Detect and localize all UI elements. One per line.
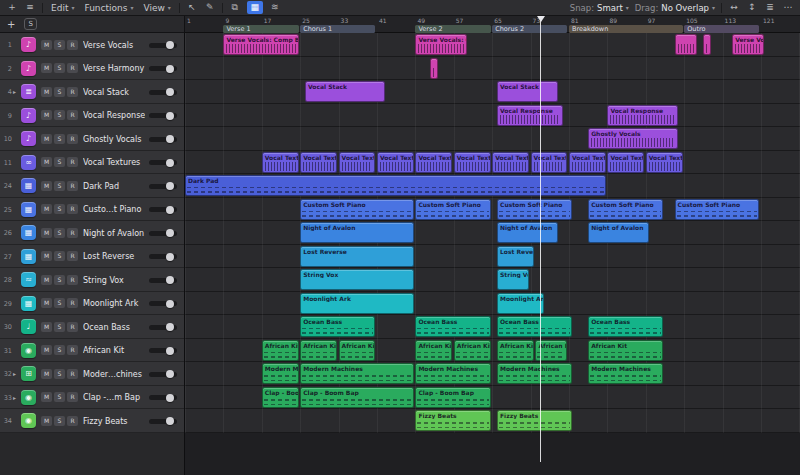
- region-fizzy-beats[interactable]: Fizzy Beats: [415, 410, 490, 431]
- region-ghostly-vocals[interactable]: Ghostly Vocals: [588, 128, 678, 149]
- mute-button[interactable]: M: [41, 40, 52, 50]
- marker-verse-2[interactable]: Verse 2: [415, 25, 490, 33]
- track-lane[interactable]: [185, 292, 800, 316]
- solo-button[interactable]: S: [54, 275, 65, 285]
- region-custom-soft-piano[interactable]: Custom Soft Piano: [675, 199, 760, 220]
- lane-rows-icon[interactable]: ≣: [764, 1, 776, 14]
- marker-chorus-2[interactable]: Chorus 2: [492, 25, 567, 33]
- region-vocal-stack[interactable]: Vocal Stack: [305, 81, 385, 102]
- region-african-kit[interactable]: African Kit: [300, 340, 337, 361]
- solo-button[interactable]: S: [54, 157, 65, 167]
- track-list-icon[interactable]: ≡: [24, 1, 36, 14]
- horizontal-zoom-icon[interactable]: ↔: [728, 1, 740, 14]
- region-custom-soft-piano[interactable]: Custom Soft Piano: [497, 199, 572, 220]
- region-verse-vocals[interactable]: [675, 34, 698, 55]
- region-vocal-response[interactable]: Vocal Response: [497, 105, 563, 126]
- region-ocean-bass[interactable]: Ocean Bass: [300, 316, 375, 337]
- global-solo-button[interactable]: S: [24, 18, 36, 30]
- volume-slider[interactable]: [149, 231, 177, 236]
- track-lane[interactable]: [185, 80, 800, 104]
- region-string-vox[interactable]: String Vox: [497, 269, 529, 290]
- region-custom-soft-piano[interactable]: Custom Soft Piano: [588, 199, 663, 220]
- volume-slider[interactable]: [149, 90, 177, 95]
- region-clap-boom-bap[interactable]: Clap - Boom Bap: [300, 387, 414, 408]
- record-button[interactable]: R: [67, 40, 78, 50]
- track-header-clap-m-bap[interactable]: 33▸◉MSRClap -…m Bap: [0, 386, 185, 410]
- track-header-string-vox[interactable]: 28≈MSRString Vox: [0, 268, 185, 292]
- region-verse-vocals-comp-a[interactable]: Verse Vocals: Comp A: [415, 34, 466, 55]
- region-vocal-textures[interactable]: Vocal Textures: [492, 152, 529, 173]
- pencil-tool-icon[interactable]: ✎: [204, 1, 216, 14]
- track-lane[interactable]: [185, 221, 800, 245]
- region-modern-machines[interactable]: Modern Machines: [262, 363, 299, 384]
- menu-edit[interactable]: Edit ▾: [49, 3, 76, 13]
- region-vocal-textur[interactable]: Vocal Textur: [454, 152, 491, 173]
- record-button[interactable]: R: [67, 181, 78, 191]
- track-header-moonlight-ark[interactable]: 29▦MSRMoonlight Ark: [0, 292, 185, 316]
- bar-ruler[interactable]: 191725334149576573818997105113121: [185, 16, 800, 24]
- track-lane[interactable]: [185, 57, 800, 81]
- marker-outro[interactable]: Outro: [684, 25, 759, 33]
- marker-breakdown[interactable]: Breakdown: [569, 25, 683, 33]
- track-lane[interactable]: [185, 127, 800, 151]
- mute-button[interactable]: M: [41, 298, 52, 308]
- region-vocal-textur[interactable]: Vocal Textur: [300, 152, 337, 173]
- volume-slider[interactable]: [149, 43, 177, 48]
- volume-slider[interactable]: [149, 372, 177, 377]
- solo-button[interactable]: S: [54, 40, 65, 50]
- track-header-vocal-stack[interactable]: 4▸≣MSRVocal Stack: [0, 80, 185, 104]
- volume-slider[interactable]: [149, 184, 177, 189]
- solo-button[interactable]: S: [54, 134, 65, 144]
- track-lane[interactable]: [185, 409, 800, 433]
- track-header-verse-vocals[interactable]: 1♪MSRVerse Vocals: [0, 33, 185, 57]
- volume-slider[interactable]: [149, 160, 177, 165]
- region-night-of-avalon[interactable]: Night of Avalon: [497, 222, 558, 243]
- drag-dropdown[interactable]: Drag: No Overlap ▾: [635, 3, 715, 13]
- solo-button[interactable]: S: [54, 416, 65, 426]
- region-vocal-textur[interactable]: Vocal Textur: [531, 152, 568, 173]
- region-dark-pad[interactable]: Dark Pad: [185, 175, 606, 196]
- region-fizzy-beats[interactable]: Fizzy Beats: [497, 410, 572, 431]
- region-ocean-bass[interactable]: Ocean Bass: [497, 316, 572, 337]
- record-button[interactable]: R: [67, 204, 78, 214]
- mute-button[interactable]: M: [41, 251, 52, 261]
- region-modern-machines[interactable]: Modern Machines: [415, 363, 490, 384]
- volume-slider[interactable]: [149, 137, 177, 142]
- mute-button[interactable]: M: [41, 157, 52, 167]
- add-tracks-icon[interactable]: +: [6, 1, 18, 14]
- solo-button[interactable]: S: [54, 87, 65, 97]
- add-track-button[interactable]: +: [7, 19, 15, 30]
- mute-button[interactable]: M: [41, 416, 52, 426]
- menu-functions[interactable]: Functions ▾: [82, 3, 135, 13]
- solo-button[interactable]: S: [54, 110, 65, 120]
- volume-slider[interactable]: [149, 395, 177, 400]
- volume-slider[interactable]: [149, 207, 177, 212]
- track-header-african-kit[interactable]: 31◉MSRAfrican Kit: [0, 339, 185, 363]
- region-moonlight-ark[interactable]: Moonlight Ark: [497, 293, 544, 314]
- region-vocal-textures[interactable]: Vocal Textures: [339, 152, 376, 173]
- region-african-kit[interactable]: African Kit: [262, 340, 299, 361]
- solo-button[interactable]: S: [54, 392, 65, 402]
- track-lane[interactable]: [185, 315, 800, 339]
- region-clap-boom-bap[interactable]: Clap - Boom Bap: [262, 387, 299, 408]
- region-ocean-bass[interactable]: Ocean Bass: [588, 316, 663, 337]
- region-lost-reverse[interactable]: Lost Reverse: [300, 246, 414, 267]
- marker-chorus-1[interactable]: Chorus 1: [300, 25, 375, 33]
- mute-button[interactable]: M: [41, 228, 52, 238]
- record-button[interactable]: R: [67, 87, 78, 97]
- automation-icon[interactable]: ≋: [269, 1, 281, 14]
- region-modern-machines[interactable]: Modern Machines: [497, 363, 572, 384]
- record-button[interactable]: R: [67, 322, 78, 332]
- track-header-dark-pad[interactable]: 24▦MSRDark Pad: [0, 174, 185, 198]
- record-button[interactable]: R: [67, 298, 78, 308]
- volume-slider[interactable]: [149, 348, 177, 353]
- record-button[interactable]: R: [67, 63, 78, 73]
- vertical-zoom-icon[interactable]: ↕: [746, 1, 758, 14]
- region-verse-vo[interactable]: Verse Vo: [732, 34, 764, 55]
- mute-button[interactable]: M: [41, 369, 52, 379]
- region-verse-vocals[interactable]: [703, 34, 711, 55]
- disclosure-triangle-icon[interactable]: ▸: [13, 370, 16, 377]
- region-african-kit[interactable]: African Kit: [454, 340, 491, 361]
- mute-button[interactable]: M: [41, 63, 52, 73]
- region-vocal-textures[interactable]: Vocal Textures: [569, 152, 606, 173]
